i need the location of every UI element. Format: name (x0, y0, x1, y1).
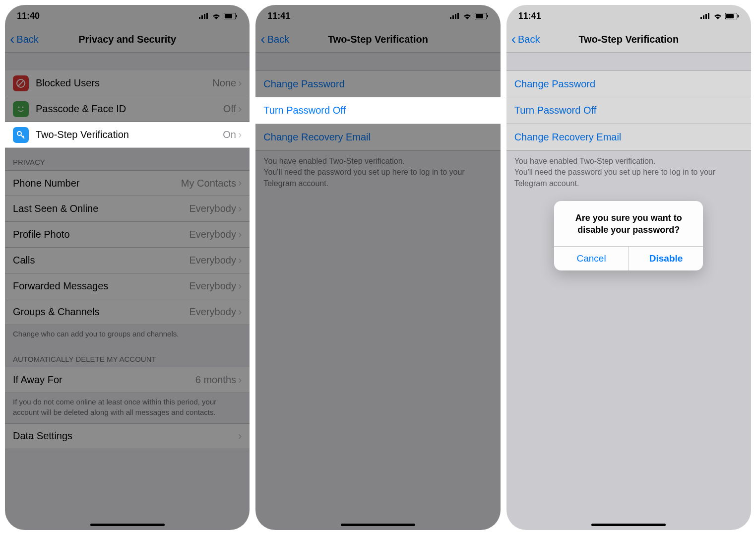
svg-rect-4 (224, 13, 236, 19)
home-indicator[interactable] (591, 524, 666, 526)
status-time: 11:41 (267, 11, 290, 21)
svg-rect-23 (705, 14, 707, 19)
back-button[interactable]: ‹ Back (255, 34, 289, 45)
chevron-right-icon: › (238, 103, 242, 116)
row-value: On (223, 129, 236, 140)
row-label: Last Seen & Online (13, 203, 189, 214)
cellular-icon (450, 13, 460, 19)
svg-rect-14 (450, 17, 451, 19)
link-change-recovery-email[interactable]: Change Recovery Email (255, 124, 500, 151)
row-label: Phone Number (13, 178, 181, 189)
page-title: Privacy and Security (5, 34, 250, 45)
row-label: Profile Photo (13, 229, 189, 240)
chevron-right-icon: › (238, 228, 242, 241)
chevron-right-icon: › (238, 280, 242, 293)
row-profile-photo[interactable]: Profile PhotoEverybody› (5, 222, 250, 248)
nav-bar: ‹ Back Two-Step Verification (506, 27, 751, 53)
row-passcode-face-id[interactable]: Passcode & Face IDOff› (5, 96, 250, 122)
row-label: Forwarded Messages (13, 280, 189, 292)
status-bar: 11:40 (5, 5, 250, 27)
row-phone-number[interactable]: Phone NumberMy Contacts› (5, 170, 250, 196)
privacy-section: Phone NumberMy Contacts›Last Seen & Onli… (5, 170, 250, 325)
row-value: Everybody (189, 306, 237, 318)
row-label: Groups & Channels (13, 306, 189, 318)
status-time: 11:40 (17, 11, 40, 21)
screen-two-step-alert: 11:41 ‹ Back Two-Step Verification Chang… (506, 5, 751, 530)
page-title: Two-Step Verification (506, 34, 751, 45)
alert-message: Are you sure you want to disable your pa… (554, 201, 703, 246)
back-label: Back (16, 34, 38, 45)
wifi-icon (713, 13, 722, 19)
svg-line-13 (23, 136, 24, 137)
cellular-icon (700, 13, 710, 19)
row-last-seen-online[interactable]: Last Seen & OnlineEverybody› (5, 196, 250, 222)
back-button[interactable]: ‹ Back (5, 34, 39, 45)
section-header-privacy: Privacy (5, 148, 250, 170)
svg-rect-20 (487, 15, 488, 17)
auto-delete-footer: If you do not come online at least once … (5, 393, 250, 423)
two-step-links: Change PasswordTurn Password OffChange R… (506, 70, 751, 151)
row-value: None (212, 77, 236, 89)
chevron-right-icon: › (238, 374, 242, 387)
battery-icon (475, 13, 489, 19)
row-label: Passcode & Face ID (36, 103, 223, 115)
key-icon (13, 127, 29, 143)
chevron-right-icon: › (238, 202, 242, 215)
row-two-step-verification[interactable]: Two-Step VerificationOn› (5, 122, 250, 148)
svg-point-7 (17, 79, 25, 87)
two-step-description: You have enabled Two-Step verification.Y… (506, 151, 751, 194)
home-indicator[interactable] (90, 524, 165, 526)
row-label: Two-Step Verification (36, 129, 223, 140)
passcode-icon (13, 101, 29, 117)
row-label: Data Settings (13, 430, 238, 442)
chevron-right-icon: › (238, 430, 242, 443)
screen-two-step: 11:41 ‹ Back Two-Step Verification Chang… (255, 5, 500, 530)
battery-icon (725, 13, 739, 19)
link-change-password[interactable]: Change Password (506, 70, 751, 97)
row-data-settings[interactable]: Data Settings › (5, 423, 250, 449)
svg-point-11 (17, 132, 21, 135)
row-label: If Away For (13, 374, 195, 386)
row-value: Everybody (189, 255, 237, 266)
nav-bar: ‹ Back Privacy and Security (5, 27, 250, 53)
wifi-icon (212, 13, 221, 19)
svg-point-10 (22, 106, 24, 108)
svg-rect-1 (201, 15, 203, 19)
row-value: 6 months (195, 374, 236, 386)
row-value: My Contacts (181, 178, 236, 189)
row-groups-channels[interactable]: Groups & ChannelsEverybody› (5, 299, 250, 325)
row-value: Everybody (189, 203, 237, 214)
chevron-left-icon: ‹ (260, 35, 265, 44)
link-turn-password-off[interactable]: Turn Password Off (506, 97, 751, 124)
two-step-links: Change PasswordTurn Password OffChange R… (255, 70, 500, 151)
page-title: Two-Step Verification (255, 34, 500, 45)
svg-rect-17 (457, 13, 459, 19)
row-value: Everybody (189, 229, 237, 240)
row-forwarded-messages[interactable]: Forwarded MessagesEverybody› (5, 273, 250, 299)
row-value: Off (223, 103, 236, 115)
home-indicator[interactable] (341, 524, 415, 526)
link-turn-password-off[interactable]: Turn Password Off (255, 97, 500, 124)
chevron-left-icon: ‹ (10, 35, 14, 44)
blocked-icon (13, 75, 29, 91)
row-if-away-for[interactable]: If Away For 6 months › (5, 367, 250, 393)
link-change-recovery-email[interactable]: Change Recovery Email (506, 124, 751, 151)
wifi-icon (463, 13, 472, 19)
disable-button[interactable]: Disable (629, 247, 703, 270)
svg-point-9 (18, 106, 20, 108)
status-bar: 11:41 (506, 5, 751, 27)
svg-line-8 (18, 81, 23, 86)
svg-rect-19 (476, 14, 483, 18)
svg-rect-15 (452, 15, 454, 19)
svg-rect-21 (700, 17, 702, 19)
cancel-button[interactable]: Cancel (554, 247, 629, 270)
link-change-password[interactable]: Change Password (255, 70, 500, 97)
back-button[interactable]: ‹ Back (506, 34, 540, 45)
row-calls[interactable]: CallsEverybody› (5, 248, 250, 273)
svg-rect-5 (225, 14, 232, 18)
row-blocked-users[interactable]: Blocked UsersNone› (5, 70, 250, 96)
back-label: Back (267, 34, 289, 45)
battery-icon (224, 13, 238, 19)
section-header-auto-delete: Automatically delete my account (5, 345, 250, 367)
cellular-icon (199, 13, 209, 19)
